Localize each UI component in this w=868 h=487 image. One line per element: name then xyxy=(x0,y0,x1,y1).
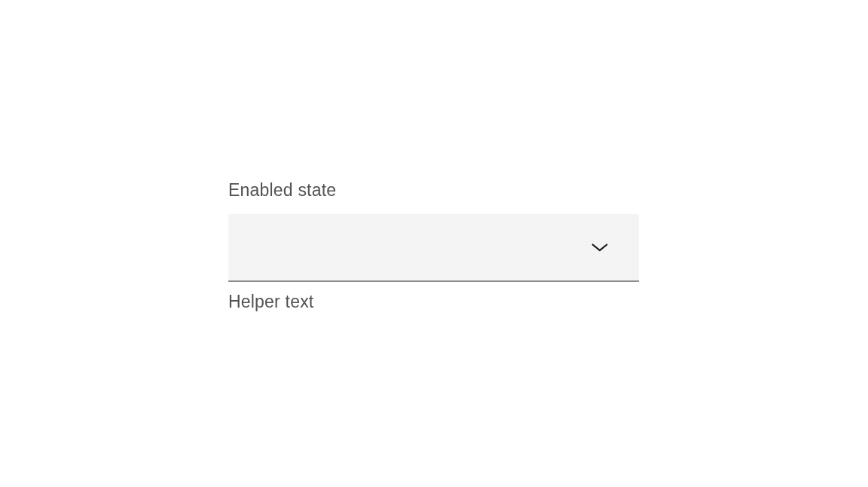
chevron-down-icon xyxy=(589,237,610,258)
dropdown-helper-text: Helper text xyxy=(228,291,639,314)
dropdown-label: Enabled state xyxy=(228,179,639,202)
dropdown-select[interactable] xyxy=(228,214,639,282)
dropdown-container: Enabled state Helper text xyxy=(228,179,639,314)
